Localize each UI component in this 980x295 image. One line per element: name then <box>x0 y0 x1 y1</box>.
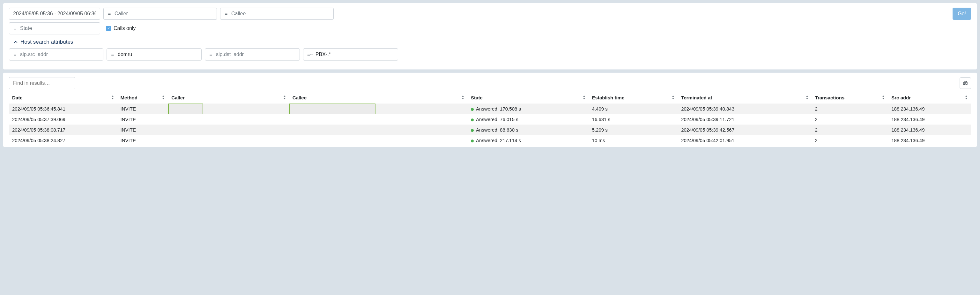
search-panel: = = Go! = ✓ Calls only Host search attri… <box>3 3 977 70</box>
host-dst-addr-filter[interactable]: = <box>205 48 300 60</box>
terminated-cell: 2024/09/05 05:39:40.843 <box>678 103 811 114</box>
col-terminated-header[interactable]: Terminated at <box>678 92 811 103</box>
caller-cell <box>168 103 289 114</box>
sort-icon <box>283 95 286 100</box>
method-cell: INVITE <box>118 135 169 146</box>
state-cell: Answered: 217.114 s <box>468 135 589 146</box>
host-src-value-filter[interactable]: = <box>107 48 202 60</box>
host-attributes-label: Host search attributes <box>21 39 73 45</box>
establish-cell: 16.631 s <box>589 114 678 125</box>
host-a-field[interactable] <box>20 52 99 57</box>
go-button[interactable]: Go! <box>953 8 971 20</box>
state-field[interactable] <box>20 25 96 31</box>
export-icon <box>963 80 968 86</box>
host-b-operator: = <box>111 52 115 57</box>
host-c-operator: = <box>209 52 213 57</box>
sort-icon <box>162 95 165 100</box>
host-d-field[interactable] <box>315 52 394 57</box>
caller-field[interactable] <box>115 11 213 17</box>
caller-cell <box>168 135 289 146</box>
col-caller-header[interactable]: Caller <box>168 92 289 103</box>
state-operator: = <box>13 26 17 31</box>
host-attributes-toggle[interactable]: Host search attributes <box>13 39 73 45</box>
daterange-input[interactable] <box>9 8 100 20</box>
caller-cell <box>168 114 289 125</box>
status-dot-icon <box>471 129 474 132</box>
results-table: Date Method Caller Callee State Establis… <box>9 92 971 146</box>
txn-cell: 2 <box>812 103 888 114</box>
state-text: Answered: 88.630 s <box>476 127 519 133</box>
method-cell: INVITE <box>118 125 169 135</box>
find-in-results-input[interactable] <box>9 77 75 89</box>
checkbox-checked-icon: ✓ <box>106 26 111 31</box>
state-cell: Answered: 88.630 s <box>468 125 589 135</box>
redacted-caller-overlay <box>168 103 203 114</box>
daterange-field[interactable] <box>13 11 96 17</box>
method-cell: INVITE <box>118 114 169 125</box>
table-header-row: Date Method Caller Callee State Establis… <box>9 92 971 103</box>
col-establish-header[interactable]: Establish time <box>589 92 678 103</box>
sort-icon <box>965 95 968 100</box>
table-row[interactable]: 2024/09/05 05:38:08.717INVITEAnswered: 8… <box>9 125 971 135</box>
terminated-cell: 2024/09/05 05:39:42.567 <box>678 125 811 135</box>
col-transactions-header[interactable]: Transactions <box>812 92 888 103</box>
callee-cell <box>290 125 468 135</box>
sort-icon <box>582 95 586 100</box>
txn-cell: 2 <box>812 125 888 135</box>
host-a-operator: = <box>13 52 17 57</box>
host-b-field[interactable] <box>118 52 197 57</box>
redacted-callee-overlay <box>290 103 375 114</box>
calls-only-checkbox[interactable]: ✓ Calls only <box>106 25 135 31</box>
callee-field[interactable] <box>231 11 329 17</box>
col-method-header[interactable]: Method <box>118 92 169 103</box>
date-cell: 2024/09/05 05:38:24.827 <box>9 135 118 146</box>
state-cell: Answered: 76.015 s <box>468 114 589 125</box>
date-cell: 2024/09/05 05:37:39.069 <box>9 114 118 125</box>
state-filter[interactable]: = <box>9 22 100 35</box>
src-cell: 188.234.136.49 <box>888 135 971 146</box>
callee-filter[interactable]: = <box>220 8 334 20</box>
state-text: Answered: 217.114 s <box>476 138 521 143</box>
terminated-cell: 2024/09/05 05:42:01.951 <box>678 135 811 146</box>
col-srcaddr-header[interactable]: Src addr <box>888 92 971 103</box>
host-d-operator: =~ <box>307 52 312 57</box>
sort-icon <box>805 95 809 100</box>
calls-only-label: Calls only <box>114 25 135 31</box>
establish-cell: 10 ms <box>589 135 678 146</box>
state-text: Answered: 170.508 s <box>476 106 521 111</box>
establish-cell: 4.409 s <box>589 103 678 114</box>
state-cell: Answered: 170.508 s <box>468 103 589 114</box>
export-button[interactable] <box>959 78 971 89</box>
date-cell: 2024/09/05 05:38:08.717 <box>9 125 118 135</box>
sort-icon <box>111 95 114 100</box>
col-callee-header[interactable]: Callee <box>290 92 468 103</box>
status-dot-icon <box>471 108 474 111</box>
caller-operator: = <box>108 11 111 17</box>
chevron-up-icon <box>13 40 18 44</box>
src-cell: 188.234.136.49 <box>888 114 971 125</box>
callee-cell <box>290 135 468 146</box>
sort-icon <box>882 95 885 100</box>
date-cell: 2024/09/05 05:36:45.841 <box>9 103 118 114</box>
src-cell: 188.234.136.49 <box>888 125 971 135</box>
col-date-header[interactable]: Date <box>9 92 118 103</box>
results-panel: Date Method Caller Callee State Establis… <box>3 73 977 147</box>
src-cell: 188.234.136.49 <box>888 103 971 114</box>
sort-icon <box>671 95 675 100</box>
host-src-addr-filter[interactable]: = <box>9 48 103 60</box>
state-text: Answered: 76.015 s <box>476 117 519 122</box>
sort-icon <box>461 95 465 100</box>
caller-filter[interactable]: = <box>103 8 217 20</box>
status-dot-icon <box>471 140 474 143</box>
col-state-header[interactable]: State <box>468 92 589 103</box>
table-row[interactable]: 2024/09/05 05:37:39.069INVITEAnswered: 7… <box>9 114 971 125</box>
table-row[interactable]: 2024/09/05 05:36:45.841INVITEAnswered: 1… <box>9 103 971 114</box>
host-c-field[interactable] <box>216 52 296 57</box>
txn-cell: 2 <box>812 135 888 146</box>
method-cell: INVITE <box>118 103 169 114</box>
table-row[interactable]: 2024/09/05 05:38:24.827INVITEAnswered: 2… <box>9 135 971 146</box>
host-dst-value-filter[interactable]: =~ <box>303 48 398 60</box>
caller-cell <box>168 125 289 135</box>
callee-cell <box>290 114 468 125</box>
callee-operator: = <box>224 11 228 17</box>
